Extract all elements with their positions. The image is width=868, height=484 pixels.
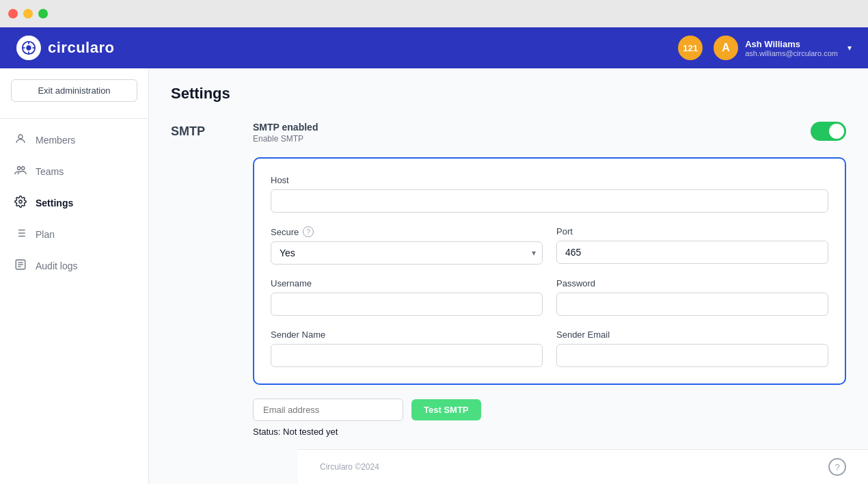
test-smtp-button[interactable]: Test SMTP	[411, 399, 481, 420]
user-name: Ash Williams	[745, 39, 838, 49]
port-input[interactable]	[556, 241, 828, 264]
secure-select-wrap: Yes No ▾	[271, 241, 543, 265]
sender-email-input[interactable]	[556, 344, 828, 367]
password-field-group: Password	[556, 278, 828, 316]
logo-text: circularo	[48, 39, 114, 57]
user-menu[interactable]: A Ash Williams ash.williams@circularo.co…	[714, 36, 852, 60]
username-label: Username	[271, 278, 543, 288]
sidebar-divider	[0, 118, 148, 119]
password-input[interactable]	[556, 293, 828, 316]
host-field-group: Host	[271, 175, 828, 213]
maximize-button[interactable]	[38, 9, 48, 18]
members-icon	[14, 133, 27, 148]
sender-name-field-group: Sender Name	[271, 330, 543, 367]
audit-logs-icon	[14, 258, 27, 273]
logo-icon	[16, 36, 41, 60]
smtp-enabled-desc: Enable SMTP	[253, 134, 318, 144]
plan-icon	[14, 227, 27, 242]
main-layout: Exit administration Members Teams Settin…	[0, 68, 868, 484]
sidebar-item-audit-logs[interactable]: Audit logs	[0, 250, 148, 282]
titlebar	[0, 0, 868, 27]
user-details: Ash Williams ash.williams@circularo.com	[745, 39, 838, 57]
footer-copyright: Circularo ©2024	[320, 462, 379, 472]
avatar: A	[714, 36, 738, 60]
secure-field-group: Secure ? Yes No ▾	[271, 226, 543, 265]
sidebar-item-settings-label: Settings	[36, 198, 73, 209]
username-password-row: Username Password	[271, 278, 828, 316]
sender-email-label: Sender Email	[556, 330, 828, 340]
smtp-status: Status: Not tested yet	[253, 427, 846, 437]
secure-help-icon[interactable]: ?	[303, 226, 314, 237]
svg-point-8	[22, 167, 25, 170]
smtp-label: SMTP	[171, 122, 226, 437]
test-email-input[interactable]	[253, 399, 403, 421]
secure-port-row: Secure ? Yes No ▾	[271, 226, 828, 265]
minimize-button[interactable]	[23, 9, 33, 18]
close-button[interactable]	[8, 9, 18, 18]
header-right: 121 A Ash Williams ash.williams@circular…	[678, 36, 852, 60]
logo: circularo	[16, 36, 114, 60]
host-input[interactable]	[271, 189, 828, 213]
smtp-toggle-info: SMTP enabled Enable SMTP	[253, 122, 318, 144]
test-smtp-row: Test SMTP	[253, 399, 846, 421]
svg-point-6	[18, 135, 23, 139]
settings-icon	[14, 196, 27, 211]
footer: Circularo ©2024 ?	[298, 449, 868, 484]
port-field-group: Port	[556, 226, 828, 265]
sidebar-item-teams-label: Teams	[36, 166, 64, 177]
toggle-knob	[829, 124, 844, 139]
smtp-toggle-row: SMTP enabled Enable SMTP	[253, 122, 846, 144]
sidebar-item-plan-label: Plan	[36, 229, 55, 240]
help-icon[interactable]: ?	[828, 458, 846, 476]
content-area: Settings SMTP SMTP enabled Enable SMTP	[149, 68, 868, 484]
secure-select[interactable]: Yes No	[271, 241, 543, 265]
secure-label: Secure ?	[271, 226, 543, 237]
notification-badge[interactable]: 121	[678, 36, 703, 60]
username-field-group: Username	[271, 278, 543, 316]
sender-email-field-group: Sender Email	[556, 330, 828, 367]
port-label: Port	[556, 226, 828, 237]
sidebar: Exit administration Members Teams Settin…	[0, 68, 149, 484]
smtp-section: SMTP SMTP enabled Enable SMTP	[171, 122, 846, 437]
username-input[interactable]	[271, 293, 543, 316]
svg-point-9	[19, 200, 23, 204]
sender-row: Sender Name Sender Email	[271, 330, 828, 367]
sidebar-item-members-label: Members	[36, 135, 75, 146]
svg-point-7	[18, 167, 21, 170]
svg-point-1	[26, 45, 31, 50]
chevron-down-icon: ▾	[847, 43, 852, 53]
smtp-enabled-label: SMTP enabled	[253, 122, 318, 133]
smtp-form-box: Host Secure ? Yes	[253, 157, 846, 385]
circularo-icon	[21, 40, 36, 55]
teams-icon	[14, 164, 27, 179]
host-label: Host	[271, 175, 828, 185]
sidebar-item-teams[interactable]: Teams	[0, 156, 148, 187]
smtp-form-area: SMTP enabled Enable SMTP Host	[253, 122, 846, 437]
header: circularo 121 A Ash Williams ash.william…	[0, 27, 868, 68]
page-title: Settings	[171, 85, 846, 103]
user-email: ash.williams@circularo.com	[745, 49, 838, 57]
password-label: Password	[556, 278, 828, 288]
smtp-toggle[interactable]	[811, 122, 846, 141]
sidebar-item-settings[interactable]: Settings	[0, 187, 148, 219]
sender-name-label: Sender Name	[271, 330, 543, 340]
sidebar-item-audit-logs-label: Audit logs	[36, 260, 77, 271]
sidebar-item-plan[interactable]: Plan	[0, 219, 148, 250]
exit-admin-button[interactable]: Exit administration	[11, 79, 137, 102]
sidebar-item-members[interactable]: Members	[0, 124, 148, 156]
sender-name-input[interactable]	[271, 344, 543, 367]
